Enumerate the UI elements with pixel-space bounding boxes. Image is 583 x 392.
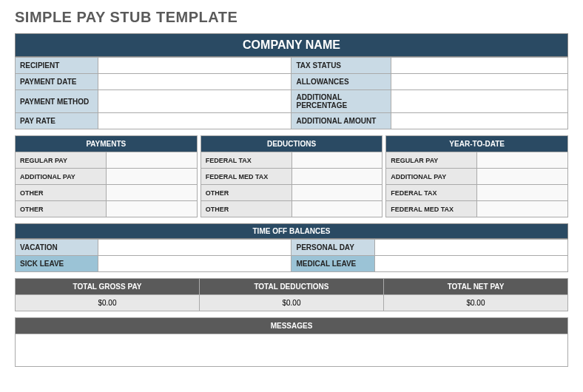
personal-day-value[interactable]	[374, 240, 567, 256]
payments-table: PAYMENTS REGULAR PAY ADDITIONAL PAY OTHE…	[15, 135, 198, 217]
total-gross-value: $0.00	[16, 295, 200, 311]
ytd-header: YEAR-TO-DATE	[386, 136, 568, 152]
sick-leave-label: SICK LEAVE	[16, 256, 98, 272]
regular-pay-label: REGULAR PAY	[16, 152, 107, 169]
regular-pay-value[interactable]	[106, 152, 197, 169]
deductions-header: DEDUCTIONS	[200, 136, 383, 152]
medical-leave-value[interactable]	[374, 256, 567, 272]
additional-percentage-value[interactable]	[391, 90, 567, 113]
deductions-table: DEDUCTIONS FEDERAL TAX FEDERAL MED TAX O…	[200, 135, 383, 217]
ytd-additional-pay-label: ADDITIONAL PAY	[386, 169, 477, 185]
deductions-other2-label: OTHER	[200, 201, 292, 217]
page-title: SIMPLE PAY STUB TEMPLATE	[15, 9, 568, 26]
vacation-value[interactable]	[98, 240, 292, 256]
ytd-regular-pay-value[interactable]	[477, 152, 568, 169]
messages-header: MESSAGES	[16, 318, 568, 334]
totals-section: TOTAL GROSS PAY TOTAL DEDUCTIONS TOTAL N…	[15, 278, 568, 311]
total-gross-label: TOTAL GROSS PAY	[16, 279, 200, 295]
deductions-other1-value[interactable]	[292, 185, 383, 201]
personal-day-label: PERSONAL DAY	[292, 240, 374, 256]
total-deductions-value: $0.00	[199, 295, 383, 311]
allowances-label: ALLOWANCES	[292, 74, 391, 90]
additional-percentage-label: ADDITIONAL PERCENTAGE	[292, 90, 391, 113]
tax-status-value[interactable]	[391, 58, 567, 74]
ytd-federal-tax-label: FEDERAL TAX	[386, 185, 477, 201]
payments-header: PAYMENTS	[16, 136, 198, 152]
deductions-other2-value[interactable]	[292, 201, 383, 217]
company-info-section: COMPANY NAME RECIPIENT TAX STATUS PAYMEN…	[15, 33, 568, 129]
pay-rate-value[interactable]	[98, 113, 292, 129]
additional-amount-value[interactable]	[391, 113, 567, 129]
payments-other2-label: OTHER	[16, 201, 107, 217]
messages-table: MESSAGES	[15, 317, 568, 367]
ytd-additional-pay-value[interactable]	[477, 169, 568, 185]
total-net-label: TOTAL NET PAY	[383, 279, 567, 295]
tax-status-label: TAX STATUS	[292, 58, 391, 74]
federal-med-tax-label: FEDERAL MED TAX	[200, 169, 292, 185]
payment-method-value[interactable]	[98, 90, 292, 113]
ytd-regular-pay-label: REGULAR PAY	[386, 152, 477, 169]
payment-date-value[interactable]	[98, 74, 292, 90]
ytd-federal-tax-value[interactable]	[477, 185, 568, 201]
deductions-other1-label: OTHER	[200, 185, 292, 201]
ytd-table: YEAR-TO-DATE REGULAR PAY ADDITIONAL PAY …	[385, 135, 568, 217]
recipient-value[interactable]	[98, 58, 292, 74]
payments-other2-value[interactable]	[106, 201, 197, 217]
federal-tax-label: FEDERAL TAX	[200, 152, 292, 169]
messages-section: MESSAGES	[15, 317, 568, 367]
recipient-label: RECIPIENT	[16, 58, 98, 74]
additional-pay-label: ADDITIONAL PAY	[16, 169, 107, 185]
federal-med-tax-value[interactable]	[292, 169, 383, 185]
company-name-header: COMPANY NAME	[15, 33, 568, 57]
info-table: RECIPIENT TAX STATUS PAYMENT DATE ALLOWA…	[15, 57, 568, 129]
messages-body[interactable]	[16, 334, 568, 367]
payment-date-label: PAYMENT DATE	[16, 74, 98, 90]
ytd-federal-med-tax-value[interactable]	[477, 201, 568, 217]
sick-leave-value[interactable]	[98, 256, 292, 272]
payments-other1-label: OTHER	[16, 185, 107, 201]
total-net-value: $0.00	[383, 295, 567, 311]
time-off-table: VACATION PERSONAL DAY SICK LEAVE MEDICAL…	[15, 239, 568, 272]
medical-leave-label: MEDICAL LEAVE	[292, 256, 374, 272]
three-column-section: PAYMENTS REGULAR PAY ADDITIONAL PAY OTHE…	[15, 135, 568, 217]
federal-tax-value[interactable]	[292, 152, 383, 169]
time-off-header: TIME OFF BALANCES	[15, 223, 568, 239]
additional-amount-label: ADDITIONAL AMOUNT	[292, 113, 391, 129]
payments-other1-value[interactable]	[106, 185, 197, 201]
time-off-section: TIME OFF BALANCES VACATION PERSONAL DAY …	[15, 223, 568, 272]
total-deductions-label: TOTAL DEDUCTIONS	[199, 279, 383, 295]
totals-table: TOTAL GROSS PAY TOTAL DEDUCTIONS TOTAL N…	[15, 278, 568, 311]
payment-method-label: PAYMENT METHOD	[16, 90, 98, 113]
allowances-value[interactable]	[391, 74, 567, 90]
ytd-federal-med-tax-label: FEDERAL MED TAX	[386, 201, 477, 217]
vacation-label: VACATION	[16, 240, 98, 256]
additional-pay-value[interactable]	[106, 169, 197, 185]
pay-rate-label: PAY RATE	[16, 113, 98, 129]
